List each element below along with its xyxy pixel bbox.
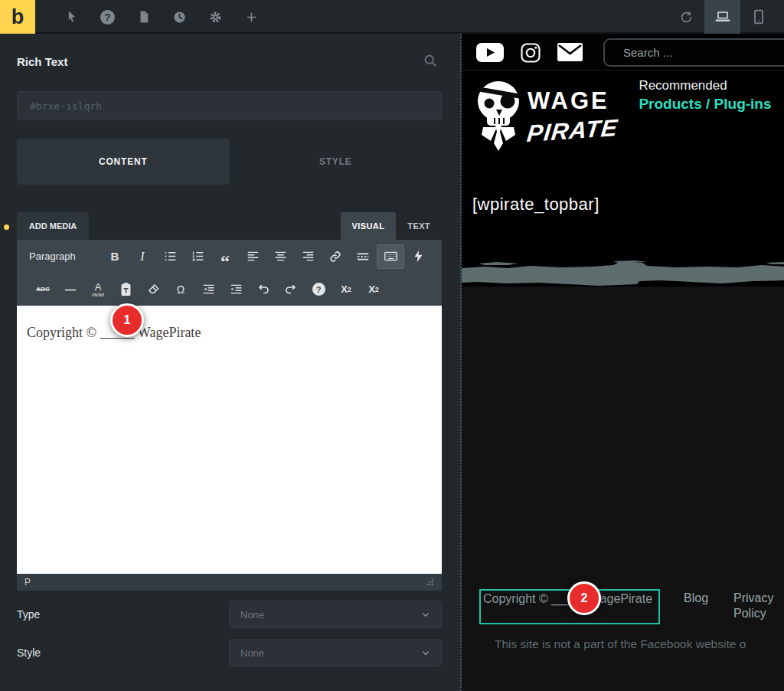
editor-toolbar-row-2: ABC — A Ω [17, 273, 442, 306]
undo-icon [256, 283, 270, 296]
footer-link-blog[interactable]: Blog [684, 591, 708, 606]
type-label: Type [17, 601, 40, 628]
panel-search-button[interactable] [423, 53, 439, 69]
desktop-breakpoint-button[interactable] [704, 0, 740, 34]
email-icon[interactable] [557, 43, 583, 61]
builder-topbar: b ? [0, 0, 784, 34]
indent-icon [230, 283, 243, 296]
read-more-icon [356, 250, 370, 264]
paste-as-text-button[interactable] [112, 277, 139, 302]
annotation-badge-2: 2 [567, 581, 601, 615]
editor-media-row: ADD MEDIA VISUAL TEXT [17, 212, 442, 240]
chevron-down-icon [421, 610, 430, 619]
panel-title: Rich Text [17, 55, 67, 68]
laptop-icon [714, 9, 732, 25]
type-select[interactable]: None [229, 601, 442, 628]
rich-text-editor-canvas[interactable]: Copyright © _____ WagePirate [17, 306, 442, 574]
bricks-logo[interactable]: b [0, 0, 35, 34]
italic-button[interactable]: I [129, 244, 156, 269]
plus-icon [245, 11, 258, 24]
lightning-icon [413, 250, 424, 263]
element-settings-panel: Rich Text CONTENT STYLE ADD MEDIA VISUAL… [0, 34, 460, 691]
chevron-down-icon [421, 648, 430, 657]
refresh-icon [679, 10, 694, 25]
topbar-left-actions: ? [54, 0, 270, 32]
align-center-button[interactable] [266, 244, 294, 269]
bold-button[interactable]: B [101, 244, 129, 269]
style-select[interactable]: None [229, 639, 442, 666]
type-field-row: Type None [17, 601, 442, 628]
redo-button[interactable] [277, 277, 305, 302]
help-button[interactable]: ? [90, 0, 126, 34]
reload-preview-button[interactable] [668, 0, 704, 34]
tab-content[interactable]: CONTENT [17, 139, 230, 185]
editor-help-button[interactable]: ? [305, 277, 332, 302]
text-color-icon: A [92, 283, 104, 296]
recommended-block: Recommended Products / Plug-ins [639, 78, 775, 153]
read-more-button[interactable] [349, 244, 377, 269]
bullet-list-icon [164, 250, 177, 263]
tab-style[interactable]: STYLE [230, 139, 443, 185]
special-character-button[interactable]: Ω [167, 277, 194, 302]
align-left-button[interactable] [239, 244, 266, 269]
strikethrough-button[interactable]: ABC [29, 277, 57, 302]
text-color-button[interactable]: A [84, 277, 112, 302]
logo-wordmark: WAGE PIRATE [528, 88, 617, 144]
clear-formatting-button[interactable] [139, 277, 167, 302]
toolbar-toggle-button[interactable] [377, 244, 404, 269]
align-right-button[interactable] [294, 244, 322, 269]
element-id-input[interactable] [17, 91, 442, 120]
recommended-label: Recommended [639, 78, 775, 93]
facebook-disclaimer-text: This site is not a part of the Facebook … [495, 637, 746, 651]
superscript-button[interactable]: X2 [332, 277, 360, 302]
eraser-icon [147, 283, 160, 296]
redo-icon [284, 283, 298, 296]
bricks-builder-window: b ? [0, 0, 784, 691]
youtube-icon[interactable] [476, 43, 504, 62]
help-circle-icon: ? [312, 283, 325, 296]
blockquote-button[interactable]: “ [211, 244, 239, 269]
align-right-icon [302, 250, 315, 263]
wagepirate-logo[interactable]: WAGE PIRATE [474, 78, 617, 153]
editor-resize-handle[interactable] [426, 578, 434, 586]
paragraph-format-dropdown[interactable]: Paragraph [29, 244, 101, 269]
numbered-list-button[interactable] [184, 244, 211, 269]
indent-button[interactable] [222, 277, 250, 302]
add-media-button[interactable]: ADD MEDIA [17, 212, 89, 240]
pirate-skull-icon [474, 78, 523, 153]
outdent-button[interactable] [194, 277, 222, 302]
topbar-shortcode-text: [wpirate_topbar] [472, 195, 599, 215]
tablet-icon [753, 9, 765, 25]
bullet-list-button[interactable] [156, 244, 184, 269]
editor-paragraph[interactable]: Copyright © _____ WagePirate [17, 306, 442, 360]
style-label: Style [17, 639, 41, 666]
element-select-cursor-button[interactable] [54, 0, 90, 34]
help-icon: ? [100, 10, 115, 25]
footer-link-privacy-policy[interactable]: Privacy Policy [733, 591, 784, 621]
mobile-breakpoint-button[interactable] [740, 0, 776, 34]
horizontal-rule-button[interactable]: — [57, 277, 84, 302]
instagram-icon[interactable] [521, 43, 541, 63]
clipboard-icon [119, 283, 132, 296]
recommended-products-link[interactable]: Products / Plug-ins [639, 93, 775, 115]
tab-text[interactable]: TEXT [396, 212, 442, 240]
align-center-icon [274, 250, 287, 263]
site-search-input[interactable] [603, 38, 784, 67]
site-header: WAGE PIRATE Recommended Products / Plug-… [474, 78, 775, 153]
numbered-list-icon [191, 250, 204, 263]
insert-link-button[interactable] [322, 244, 349, 269]
link-icon [328, 250, 342, 264]
history-button[interactable] [162, 0, 198, 34]
tab-visual[interactable]: VISUAL [341, 212, 397, 240]
element-path-label: P [24, 577, 31, 588]
topbar-right-actions [668, 0, 776, 32]
panel-resize-divider[interactable] [460, 34, 462, 691]
add-element-button[interactable] [234, 0, 270, 34]
settings-button[interactable] [198, 0, 234, 34]
site-top-nav [462, 34, 784, 70]
gear-icon [208, 10, 223, 25]
undo-button[interactable] [250, 277, 277, 302]
subscript-button[interactable]: X2 [360, 277, 387, 302]
pages-button[interactable] [126, 0, 162, 34]
dynamic-data-button[interactable] [404, 244, 432, 269]
